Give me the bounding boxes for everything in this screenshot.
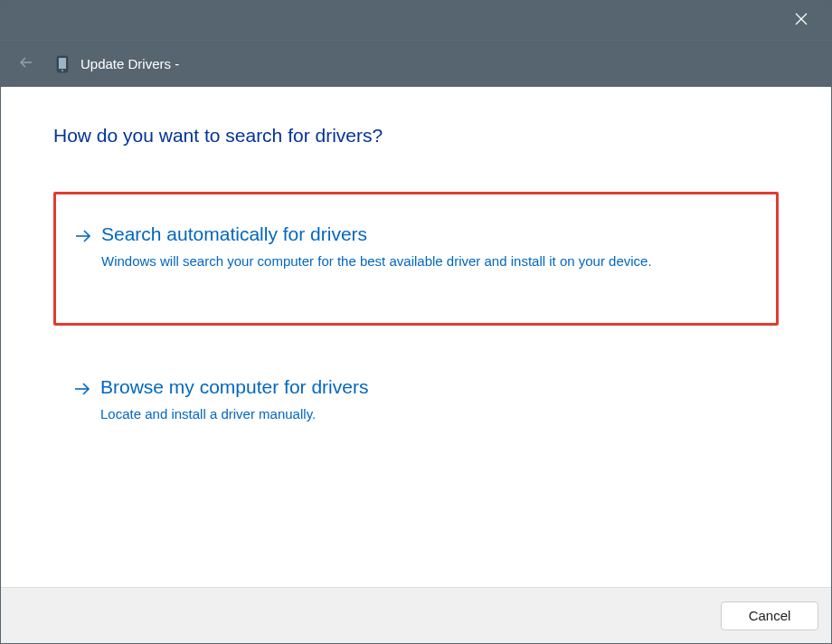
page-heading: How do you want to search for drivers? — [53, 125, 779, 147]
content-area: How do you want to search for drivers? S… — [1, 87, 831, 587]
back-arrow-icon — [19, 55, 33, 73]
option-browse-computer[interactable]: Browse my computer for drivers Locate an… — [53, 353, 779, 447]
option-text-block: Browse my computer for drivers Locate an… — [100, 374, 761, 425]
close-button[interactable] — [788, 7, 815, 34]
dialog-footer: Cancel — [1, 587, 831, 643]
option-title: Search automatically for drivers — [101, 222, 760, 246]
cancel-button[interactable]: Cancel — [721, 601, 818, 630]
window-title: Update Drivers - — [80, 56, 179, 71]
titlebar-top — [1, 1, 831, 40]
option-description: Windows will search your computer for th… — [101, 251, 680, 272]
close-icon — [795, 13, 808, 29]
option-text-block: Search automatically for drivers Windows… — [101, 222, 760, 272]
back-button — [14, 52, 39, 77]
arrow-right-icon — [71, 378, 93, 400]
device-icon — [53, 55, 71, 73]
svg-point-5 — [61, 70, 63, 71]
svg-rect-4 — [59, 58, 66, 69]
titlebar-sub: Update Drivers - — [1, 40, 831, 87]
option-search-automatically[interactable]: Search automatically for drivers Windows… — [53, 192, 779, 326]
update-drivers-dialog: Update Drivers - How do you want to sear… — [0, 0, 832, 644]
option-title: Browse my computer for drivers — [100, 374, 761, 399]
arrow-right-icon — [72, 225, 94, 247]
option-description: Locate and install a driver manually. — [100, 404, 679, 425]
